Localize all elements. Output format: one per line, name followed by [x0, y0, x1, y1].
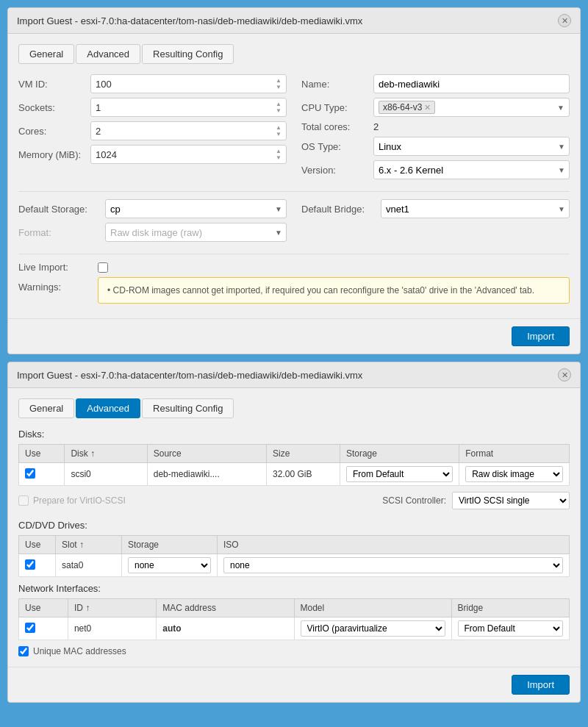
- dialog-header-2: Import Guest - esxi-7.0:ha-datacenter/to…: [8, 362, 580, 388]
- disks-col-source: Source: [147, 445, 266, 463]
- cpu-type-input[interactable]: x86-64-v3 ✕ ▼: [373, 98, 570, 117]
- total-cores-value: 2: [373, 121, 570, 132]
- dialog-footer-2: Import: [8, 667, 580, 702]
- cddvd-use-cell: [19, 554, 56, 577]
- net-model-select[interactable]: VirtIO (paravirtualize: [301, 620, 445, 637]
- version-label: Version:: [301, 165, 368, 176]
- import-dialog-1: Import Guest - esxi-7.0:ha-datacenter/to…: [7, 7, 581, 354]
- tab-resulting-config-1[interactable]: Resulting Config: [142, 44, 234, 64]
- memory-input[interactable]: 1024 ▲ ▼: [90, 145, 287, 164]
- cddvd-iso-cell: none: [218, 554, 570, 577]
- warning-box: • CD-ROM images cannot get imported, if …: [98, 277, 570, 304]
- disk-use-checkbox[interactable]: [25, 468, 35, 479]
- prepare-virtio-checkbox[interactable]: [18, 495, 29, 506]
- sockets-spinner[interactable]: ▲ ▼: [276, 101, 282, 114]
- disks-label: Disks:: [18, 429, 570, 440]
- total-cores-label: Total cores:: [301, 121, 368, 132]
- vm-id-row: VM ID: 100 ▲ ▼: [18, 74, 287, 93]
- vm-id-input[interactable]: 100 ▲ ▼: [90, 74, 287, 93]
- dialog-header-1: Import Guest - esxi-7.0:ha-datacenter/to…: [8, 8, 580, 34]
- default-bridge-select[interactable]: vnet1: [381, 199, 570, 218]
- cores-row: Cores: 2 ▲ ▼: [18, 121, 287, 140]
- tab-advanced-1[interactable]: Advanced: [76, 44, 140, 64]
- live-import-checkbox[interactable]: [98, 262, 108, 273]
- cddvd-col-use: Use: [19, 536, 56, 554]
- disks-col-storage: Storage: [340, 445, 459, 463]
- name-row: Name:: [301, 74, 570, 93]
- sockets-input[interactable]: 1 ▲ ▼: [90, 98, 287, 117]
- scsi-controller-row: SCSI Controller: VirtIO SCSI single: [382, 492, 570, 509]
- default-storage-label: Default Storage:: [18, 204, 99, 215]
- close-button-2[interactable]: ✕: [558, 368, 571, 382]
- disk-storage-cell: From Default: [340, 463, 459, 486]
- os-type-select[interactable]: Linux: [373, 137, 570, 156]
- cpu-type-tag: x86-64-v3 ✕: [379, 101, 435, 114]
- cddvd-storage-cell: none: [122, 554, 218, 577]
- memory-spinner[interactable]: ▲ ▼: [276, 148, 282, 161]
- divider-2: [18, 254, 570, 254]
- disk-format-select[interactable]: Raw disk image: [465, 466, 563, 482]
- version-select[interactable]: 6.x - 2.6 Kernel: [373, 160, 570, 179]
- tab-bar-1: General Advanced Resulting Config: [18, 44, 570, 64]
- cddvd-table: Use Slot ↑ Storage ISO sata0 none: [18, 535, 570, 577]
- dialog-footer-1: Import: [8, 318, 580, 354]
- default-storage-select[interactable]: cp: [105, 199, 287, 218]
- format-select[interactable]: Raw disk image (raw): [105, 223, 287, 242]
- import-dialog-2: Import Guest - esxi-7.0:ha-datacenter/to…: [7, 362, 581, 703]
- format-label: Format:: [18, 227, 99, 238]
- cores-input[interactable]: 2 ▲ ▼: [90, 121, 287, 140]
- cddvd-col-storage: Storage: [122, 536, 218, 554]
- table-row: net0 auto VirtIO (paravirtualize From De…: [19, 617, 570, 640]
- cores-spinner[interactable]: ▲ ▼: [276, 124, 282, 137]
- tab-general-1[interactable]: General: [18, 44, 74, 64]
- name-label: Name:: [301, 79, 368, 90]
- divider-1: [18, 191, 570, 192]
- scsi-controller-label: SCSI Controller:: [382, 495, 446, 506]
- net-col-bridge: Bridge: [451, 599, 570, 617]
- import-button-1[interactable]: Import: [512, 326, 570, 346]
- tab-general-2[interactable]: General: [18, 398, 74, 418]
- dialog-body-1: General Advanced Resulting Config VM ID:…: [8, 34, 580, 318]
- cddvd-label: CD/DVD Drives:: [18, 520, 570, 531]
- import-button-2[interactable]: Import: [512, 675, 570, 695]
- disk-storage-select[interactable]: From Default: [346, 466, 453, 482]
- net-col-use: Use: [19, 599, 68, 617]
- unique-mac-row: Unique MAC addresses: [18, 646, 570, 656]
- disk-format-cell: Raw disk image: [459, 463, 570, 486]
- disks-col-disk: Disk ↑: [65, 445, 147, 463]
- unique-mac-label: Unique MAC addresses: [33, 646, 126, 656]
- left-col: VM ID: 100 ▲ ▼ Sockets: 1 ▲: [18, 74, 287, 184]
- cddvd-use-checkbox[interactable]: [25, 559, 35, 570]
- disk-name-cell: scsi0: [65, 463, 147, 486]
- net-id-cell: net0: [68, 617, 156, 640]
- name-input[interactable]: [373, 74, 570, 93]
- net-bridge-select[interactable]: From Default: [458, 620, 564, 637]
- tab-advanced-2[interactable]: Advanced: [76, 398, 140, 418]
- dialog-title-2: Import Guest - esxi-7.0:ha-datacenter/to…: [17, 370, 362, 381]
- cpu-type-clear[interactable]: ✕: [424, 103, 431, 112]
- network-table: Use ID ↑ MAC address Model Bridge net0 a…: [18, 598, 570, 640]
- disk-size-cell: 32.00 GiB: [267, 463, 340, 486]
- net-use-checkbox[interactable]: [25, 623, 35, 633]
- live-import-row: Live Import:: [18, 262, 570, 273]
- vm-id-spinner[interactable]: ▲ ▼: [276, 77, 282, 90]
- warnings-row: Warnings: • CD-ROM images cannot get imp…: [18, 277, 570, 304]
- storage-bridge-section: Default Storage: cp ▼ Format: Raw disk i…: [18, 199, 570, 246]
- net-mac-cell: auto: [157, 617, 294, 640]
- net-bridge-cell: From Default: [451, 617, 570, 640]
- disk-use-cell: [19, 463, 65, 486]
- cpu-type-arrow-icon[interactable]: ▼: [557, 104, 564, 112]
- cddvd-storage-select[interactable]: none: [128, 557, 211, 573]
- default-bridge-row: Default Bridge: vnet1 ▼: [301, 199, 570, 218]
- prepare-virtio-label: Prepare for VirtIO-SCSI: [33, 495, 126, 506]
- tab-resulting-config-2[interactable]: Resulting Config: [142, 398, 234, 418]
- os-type-row: OS Type: Linux ▼: [301, 137, 570, 156]
- unique-mac-checkbox[interactable]: [18, 646, 29, 656]
- scsi-controller-select[interactable]: VirtIO SCSI single: [452, 492, 570, 509]
- dialog-title-1: Import Guest - esxi-7.0:ha-datacenter/to…: [17, 15, 362, 26]
- disks-col-use: Use: [19, 445, 65, 463]
- close-button-1[interactable]: ✕: [558, 14, 571, 27]
- right-col: Name: CPU Type: x86-64-v3 ✕ ▼ Total core…: [301, 74, 570, 184]
- table-row: scsi0 deb-mediawiki.... 32.00 GiB From D…: [19, 463, 570, 486]
- cddvd-iso-select[interactable]: none: [223, 557, 563, 573]
